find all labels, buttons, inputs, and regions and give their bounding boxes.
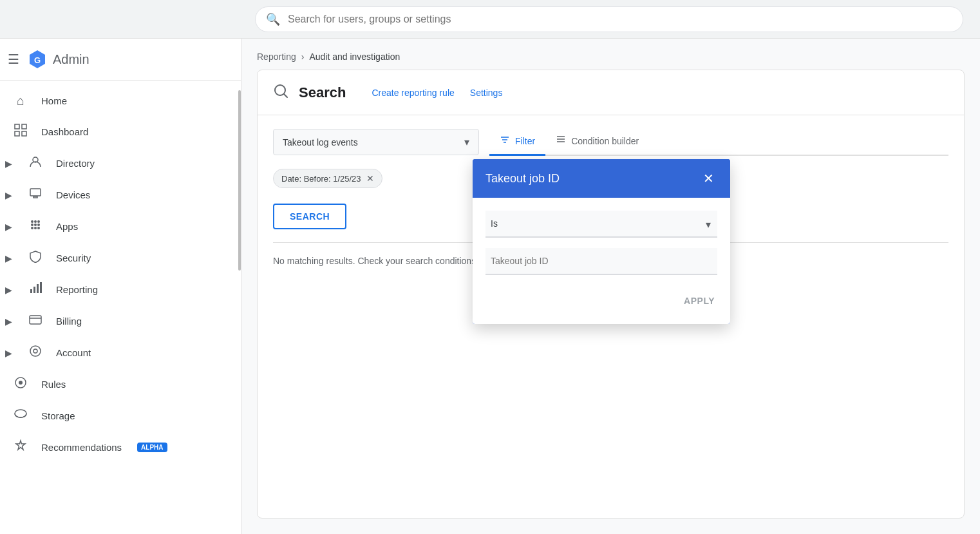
- app-title: Admin: [53, 52, 90, 67]
- sidebar-item-home[interactable]: ⌂ Home: [0, 86, 233, 116]
- sidebar-item-apps[interactable]: ▶ Apps: [0, 211, 233, 242]
- create-reporting-rule-link[interactable]: Create reporting rule: [372, 88, 454, 98]
- breadcrumb-current: Audit and investigation: [309, 52, 400, 62]
- svg-point-13: [34, 224, 37, 226]
- sidebar-item-reporting[interactable]: ▶ Reporting: [0, 274, 233, 305]
- sidebar-header: ☰ G Admin: [0, 39, 241, 81]
- svg-rect-2: [15, 124, 19, 129]
- svg-point-10: [34, 220, 37, 223]
- svg-rect-3: [22, 124, 26, 129]
- svg-point-9: [31, 220, 33, 223]
- sidebar-item-label: Reporting: [56, 284, 98, 295]
- security-icon: [28, 250, 43, 266]
- recommendations-icon: [13, 439, 28, 455]
- sidebar: ☰ G Admin ⌂ Home Dashboard: [0, 39, 241, 534]
- svg-point-12: [31, 224, 33, 226]
- popup-operator-row: Is Is not Contains Does not contain ▾: [485, 211, 717, 238]
- breadcrumb: Reporting › Audit and investigation: [241, 39, 980, 70]
- billing-expand-icon: ▶: [5, 316, 12, 327]
- search-bar-icon: 🔍: [266, 12, 280, 26]
- filter-row: Takeout log events ▾ Filter: [273, 128, 948, 156]
- popup-job-id-input[interactable]: [485, 248, 717, 275]
- popup-header: Takeout job ID ✕: [473, 159, 730, 198]
- breadcrumb-parent-link[interactable]: Reporting: [257, 52, 296, 62]
- dropdown-label: Takeout log events: [283, 137, 459, 148]
- svg-point-14: [37, 224, 40, 226]
- svg-text:G: G: [34, 55, 41, 65]
- home-icon: ⌂: [13, 93, 28, 108]
- sidebar-scrollbar[interactable]: [238, 39, 241, 534]
- sidebar-item-storage[interactable]: Storage: [0, 400, 233, 432]
- svg-rect-8: [33, 196, 37, 198]
- sidebar-item-dashboard[interactable]: Dashboard: [0, 116, 233, 148]
- svg-point-16: [34, 227, 37, 229]
- svg-point-25: [33, 349, 37, 353]
- sidebar-item-security[interactable]: ▶ Security: [0, 242, 233, 274]
- sidebar-item-billing[interactable]: ▶ Billing: [0, 305, 233, 337]
- settings-link[interactable]: Settings: [470, 88, 503, 98]
- sidebar-item-label: Home: [41, 95, 67, 106]
- popup-body: Is Is not Contains Does not contain ▾: [473, 198, 730, 324]
- content-area: Reporting › Audit and investigation Sear…: [241, 39, 980, 534]
- date-chip: Date: Before: 1/25/23 ✕: [273, 169, 382, 188]
- sidebar-item-directory[interactable]: ▶ Directory: [0, 148, 233, 179]
- filter-tab-icon: [500, 135, 510, 148]
- apps-expand-icon: ▶: [5, 222, 12, 232]
- search-button[interactable]: SEARCH: [273, 204, 346, 229]
- svg-rect-7: [30, 189, 41, 196]
- tab-condition-builder[interactable]: Condition builder: [545, 128, 649, 156]
- devices-icon: [28, 187, 43, 203]
- svg-point-24: [30, 346, 41, 356]
- rules-icon: [13, 376, 28, 392]
- apply-button[interactable]: APPLY: [681, 291, 717, 311]
- sidebar-item-label: Storage: [41, 410, 75, 421]
- popup-title: Takeout job ID: [485, 172, 560, 186]
- card-body: Takeout log events ▾ Filter: [258, 115, 964, 279]
- tab-condition-builder-label: Condition builder: [571, 136, 639, 146]
- card-header: Search Create reporting rule Settings: [258, 70, 964, 115]
- svg-rect-21: [40, 282, 42, 293]
- sidebar-item-recommendations[interactable]: Recommendations ALPHA: [0, 432, 233, 463]
- tab-filter[interactable]: Filter: [489, 128, 545, 156]
- search-title-icon: [273, 83, 288, 102]
- storage-icon: [13, 408, 28, 424]
- log-events-dropdown[interactable]: Takeout log events ▾: [273, 129, 479, 155]
- sidebar-item-rules[interactable]: Rules: [0, 368, 233, 400]
- svg-rect-4: [15, 131, 19, 136]
- sidebar-item-devices[interactable]: ▶ Devices: [0, 179, 233, 211]
- breadcrumb-separator: ›: [301, 52, 305, 62]
- chip-label: Date: Before: 1/25/23: [281, 174, 361, 184]
- sidebar-scrollbar-thumb: [238, 90, 241, 271]
- sidebar-item-label: Billing: [56, 316, 82, 327]
- svg-rect-19: [33, 287, 35, 293]
- sidebar-item-label: Recommendations: [41, 442, 122, 453]
- sidebar-item-label: Devices: [56, 189, 90, 200]
- devices-expand-icon: ▶: [5, 190, 12, 200]
- svg-point-11: [37, 220, 40, 223]
- global-search-bar[interactable]: 🔍: [255, 6, 963, 32]
- main-card: Search Create reporting rule Settings Ta…: [257, 70, 965, 519]
- dropdown-arrow-icon: ▾: [464, 136, 469, 148]
- account-expand-icon: ▶: [5, 348, 12, 358]
- popup-panel: Takeout job ID ✕ Is Is not Contains Does…: [473, 159, 730, 324]
- hamburger-icon[interactable]: ☰: [8, 52, 19, 67]
- svg-point-17: [37, 227, 40, 229]
- reporting-expand-icon: ▶: [5, 285, 12, 295]
- search-input[interactable]: [288, 14, 952, 25]
- security-expand-icon: ▶: [5, 253, 12, 263]
- chip-close-icon[interactable]: ✕: [366, 173, 374, 184]
- apps-icon: [28, 218, 43, 234]
- svg-rect-22: [30, 316, 41, 324]
- svg-rect-20: [37, 284, 39, 293]
- directory-expand-icon: ▶: [5, 158, 12, 169]
- popup-close-button[interactable]: ✕: [699, 169, 717, 187]
- tab-filter-label: Filter: [515, 136, 535, 146]
- sidebar-item-label: Account: [56, 347, 91, 358]
- svg-point-27: [19, 381, 23, 385]
- alpha-badge: ALPHA: [137, 443, 167, 452]
- sidebar-item-label: Dashboard: [41, 126, 88, 137]
- sidebar-item-account[interactable]: ▶ Account: [0, 337, 233, 368]
- sidebar-nav: ⌂ Home Dashboard ▶ Directory ▶: [0, 81, 241, 468]
- popup-footer: APPLY: [485, 285, 717, 311]
- popup-operator-select[interactable]: Is Is not Contains Does not contain: [485, 211, 717, 238]
